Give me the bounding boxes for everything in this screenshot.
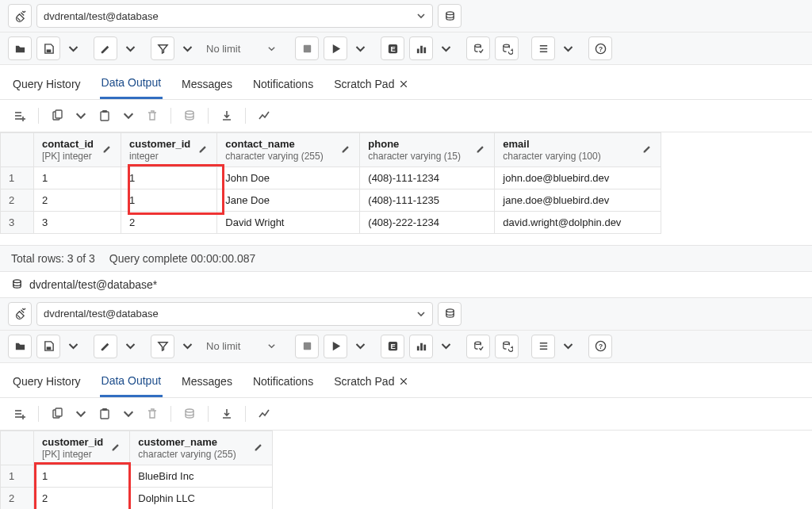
pencil-icon[interactable] [111, 442, 121, 454]
paste-more-button[interactable] [121, 105, 136, 127]
download-button[interactable] [215, 105, 239, 127]
save-button[interactable] [36, 36, 60, 60]
edit-button[interactable] [94, 335, 117, 358]
tab-notifications[interactable]: Notifications [251, 73, 315, 98]
add-row-button[interactable] [8, 403, 32, 425]
paste-button[interactable] [93, 105, 117, 127]
limit-selector[interactable]: No limit [200, 335, 282, 358]
filter-more-button[interactable] [179, 40, 195, 57]
close-icon[interactable] [399, 377, 408, 386]
column-header-contact-name[interactable]: contact_namecharacter varying (255) [217, 133, 360, 167]
macros-more-button[interactable] [560, 338, 576, 355]
close-icon[interactable] [399, 79, 408, 89]
commit-button[interactable] [466, 335, 490, 358]
analyze-button[interactable] [409, 36, 433, 60]
tab-scratch-pad[interactable]: Scratch Pad [332, 370, 410, 396]
stop-button[interactable] [295, 335, 319, 358]
db-info-button[interactable] [438, 4, 462, 28]
open-file-button[interactable] [8, 335, 32, 358]
stop-button[interactable] [295, 36, 319, 60]
help-button[interactable] [588, 335, 612, 358]
run-more-button[interactable] [352, 338, 368, 355]
column-header-phone[interactable]: phonecharacter varying (15) [360, 133, 495, 167]
table-row[interactable]: 1 1 1 John Doe (408)-111-1234 john.doe@b… [1, 166, 661, 189]
filter-button[interactable] [151, 335, 174, 358]
copy-button[interactable] [45, 105, 69, 127]
column-header-customer-id[interactable]: customer_idinteger [121, 133, 217, 167]
save-data-button[interactable] [178, 105, 201, 127]
macros-button[interactable] [531, 335, 555, 358]
paste-more-button[interactable] [121, 403, 136, 425]
table-row[interactable]: 3 3 2 David Wright (408)-222-1234 david.… [1, 211, 661, 233]
run-button[interactable] [324, 36, 347, 60]
table-row[interactable]: 1 1 BlueBird Inc [1, 465, 273, 487]
rollback-button[interactable] [495, 335, 519, 358]
copy-button[interactable] [45, 403, 69, 425]
pencil-icon[interactable] [642, 144, 653, 156]
graph-button[interactable] [252, 105, 276, 127]
save-more-button[interactable] [65, 40, 81, 57]
save-more-button[interactable] [65, 338, 81, 355]
run-button[interactable] [324, 335, 347, 358]
tab-scratch-pad[interactable]: Scratch Pad [332, 73, 410, 98]
column-header-customer-name[interactable]: customer_namecharacter varying (255) [130, 431, 273, 465]
delete-row-button[interactable] [140, 403, 164, 425]
analyze-button[interactable] [409, 335, 433, 358]
tab-query-history[interactable]: Query History [11, 73, 82, 98]
column-header-email[interactable]: emailcharacter varying (100) [495, 133, 661, 167]
connection-selector[interactable]: dvdrental/test@database [36, 4, 433, 28]
filter-more-button[interactable] [179, 338, 195, 355]
commit-button[interactable] [466, 36, 490, 60]
rollback-button[interactable] [495, 36, 519, 60]
macros-button[interactable] [531, 36, 555, 60]
paste-button[interactable] [93, 403, 117, 425]
explain-button[interactable] [381, 335, 404, 358]
pencil-icon[interactable] [476, 144, 486, 156]
pencil-icon[interactable] [198, 144, 209, 156]
analyze-more-button[interactable] [438, 40, 454, 57]
delete-row-button[interactable] [140, 105, 164, 127]
help-button[interactable] [588, 36, 612, 60]
pencil-icon[interactable] [102, 144, 113, 156]
filter-button[interactable] [151, 36, 174, 60]
save-button[interactable] [36, 335, 60, 358]
disconnect-button[interactable] [8, 302, 32, 326]
result-table[interactable]: contact_id[PK] integer customer_idintege… [0, 132, 661, 234]
add-row-button[interactable] [8, 105, 32, 127]
copy-more-button[interactable] [74, 105, 88, 127]
edit-button[interactable] [94, 36, 117, 60]
editor-tab-label: dvdrental/test@database* [29, 278, 157, 291]
pencil-icon[interactable] [254, 442, 264, 454]
table-row[interactable]: 2 2 1 Jane Doe (408)-111-1235 jane.doe@b… [1, 189, 661, 211]
save-data-button[interactable] [178, 403, 201, 425]
limit-selector[interactable]: No limit [200, 36, 282, 60]
db-info-button[interactable] [438, 302, 462, 326]
edit-more-button[interactable] [122, 338, 138, 355]
tab-notifications[interactable]: Notifications [251, 370, 315, 396]
tab-data-output[interactable]: Data Output [100, 71, 163, 99]
edit-more-button[interactable] [122, 40, 138, 57]
connection-label: dvdrental/test@database [44, 10, 159, 22]
pencil-icon[interactable] [341, 144, 351, 156]
open-file-button[interactable] [8, 36, 32, 60]
tab-messages[interactable]: Messages [180, 73, 234, 98]
result-table[interactable]: customer_id[PK] integer customer_namecha… [0, 431, 273, 509]
connection-selector[interactable]: dvdrental/test@database [36, 302, 433, 326]
tab-query-history[interactable]: Query History [11, 370, 82, 396]
table-row[interactable]: 2 2 Dolphin LLC [1, 487, 273, 509]
run-more-button[interactable] [352, 40, 368, 57]
macros-more-button[interactable] [560, 40, 576, 57]
main-toolbar: No limit [0, 331, 812, 363]
query-tool-panel-1: dvdrental/test@database No limit [0, 0, 812, 298]
disconnect-button[interactable] [8, 4, 32, 28]
copy-more-button[interactable] [74, 403, 88, 425]
tab-data-output[interactable]: Data Output [100, 369, 163, 397]
column-header-customer-id[interactable]: customer_id[PK] integer [34, 431, 130, 465]
chevron-down-icon [416, 11, 426, 21]
column-header-contact-id[interactable]: contact_id[PK] integer [34, 133, 121, 167]
download-button[interactable] [215, 403, 239, 425]
tab-messages[interactable]: Messages [180, 370, 234, 396]
explain-button[interactable] [381, 36, 404, 60]
analyze-more-button[interactable] [438, 338, 454, 355]
graph-button[interactable] [252, 403, 276, 425]
